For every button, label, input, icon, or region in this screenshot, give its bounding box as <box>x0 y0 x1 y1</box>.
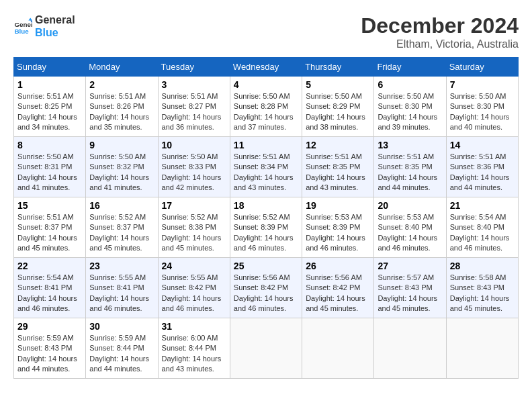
calendar-cell: 13 Sunrise: 5:51 AMSunset: 8:35 PMDaylig… <box>374 137 446 197</box>
svg-text:Blue: Blue <box>14 28 29 35</box>
calendar-cell: 21 Sunrise: 5:54 AMSunset: 8:40 PMDaylig… <box>446 197 518 258</box>
calendar-cell: 27 Sunrise: 5:57 AMSunset: 8:43 PMDaylig… <box>374 258 446 318</box>
calendar-cell: 8 Sunrise: 5:50 AMSunset: 8:31 PMDayligh… <box>14 137 86 197</box>
calendar-cell <box>230 318 302 379</box>
day-info: Sunrise: 5:53 AMSunset: 8:40 PMDaylight:… <box>378 212 442 254</box>
day-info: Sunrise: 5:52 AMSunset: 8:37 PMDaylight:… <box>89 212 154 254</box>
day-info: Sunrise: 5:55 AMSunset: 8:42 PMDaylight:… <box>162 273 226 314</box>
day-info: Sunrise: 5:56 AMSunset: 8:42 PMDaylight:… <box>234 273 298 314</box>
calendar-cell: 4 Sunrise: 5:50 AMSunset: 8:28 PMDayligh… <box>230 77 302 137</box>
day-number: 19 <box>306 200 370 211</box>
day-number: 3 <box>162 79 226 90</box>
day-number: 30 <box>89 321 154 332</box>
day-number: 15 <box>17 200 82 211</box>
day-number: 5 <box>306 79 370 90</box>
calendar-cell: 1 Sunrise: 5:51 AMSunset: 8:25 PMDayligh… <box>14 77 86 137</box>
day-info: Sunrise: 6:00 AMSunset: 8:44 PMDaylight:… <box>162 333 226 375</box>
calendar-cell: 11 Sunrise: 5:51 AMSunset: 8:34 PMDaylig… <box>230 137 302 197</box>
day-info: Sunrise: 5:51 AMSunset: 8:35 PMDaylight:… <box>306 152 370 193</box>
day-number: 16 <box>89 200 154 211</box>
day-number: 14 <box>450 140 515 150</box>
calendar-cell <box>374 318 446 379</box>
day-info: Sunrise: 5:50 AMSunset: 8:33 PMDaylight:… <box>162 152 226 193</box>
day-info: Sunrise: 5:54 AMSunset: 8:40 PMDaylight:… <box>450 212 515 254</box>
day-info: Sunrise: 5:51 AMSunset: 8:26 PMDaylight:… <box>89 91 154 133</box>
day-info: Sunrise: 5:50 AMSunset: 8:29 PMDaylight:… <box>306 91 370 133</box>
day-number: 7 <box>450 79 515 90</box>
day-header-friday: Friday <box>374 58 446 77</box>
day-number: 17 <box>162 200 226 211</box>
day-info: Sunrise: 5:50 AMSunset: 8:30 PMDaylight:… <box>378 91 442 133</box>
day-info: Sunrise: 5:51 AMSunset: 8:27 PMDaylight:… <box>162 91 226 133</box>
day-info: Sunrise: 5:55 AMSunset: 8:41 PMDaylight:… <box>89 273 154 314</box>
day-header-monday: Monday <box>86 58 158 77</box>
calendar-cell <box>302 318 374 379</box>
calendar-cell: 10 Sunrise: 5:50 AMSunset: 8:33 PMDaylig… <box>158 137 230 197</box>
calendar-cell: 22 Sunrise: 5:54 AMSunset: 8:41 PMDaylig… <box>14 258 86 318</box>
page-header: General Blue General Blue December 2024 … <box>13 13 519 50</box>
calendar-cell: 28 Sunrise: 5:58 AMSunset: 8:43 PMDaylig… <box>446 258 518 318</box>
calendar-header-row: SundayMondayTuesdayWednesdayThursdayFrid… <box>14 58 519 77</box>
day-info: Sunrise: 5:51 AMSunset: 8:37 PMDaylight:… <box>17 212 82 254</box>
day-header-wednesday: Wednesday <box>230 58 302 77</box>
calendar-cell: 18 Sunrise: 5:52 AMSunset: 8:39 PMDaylig… <box>230 197 302 258</box>
calendar-cell: 29 Sunrise: 5:59 AMSunset: 8:43 PMDaylig… <box>14 318 86 379</box>
calendar-cell <box>446 318 518 379</box>
calendar-cell: 26 Sunrise: 5:56 AMSunset: 8:42 PMDaylig… <box>302 258 374 318</box>
day-number: 21 <box>450 200 515 211</box>
title-block: December 2024 Eltham, Victoria, Australi… <box>361 13 519 50</box>
day-header-tuesday: Tuesday <box>158 58 230 77</box>
day-info: Sunrise: 5:59 AMSunset: 8:43 PMDaylight:… <box>17 333 82 375</box>
day-header-thursday: Thursday <box>302 58 374 77</box>
calendar-cell: 20 Sunrise: 5:53 AMSunset: 8:40 PMDaylig… <box>374 197 446 258</box>
day-number: 29 <box>17 321 82 332</box>
calendar-table: SundayMondayTuesdayWednesdayThursdayFrid… <box>13 57 519 379</box>
day-number: 31 <box>162 321 226 332</box>
day-info: Sunrise: 5:50 AMSunset: 8:32 PMDaylight:… <box>89 152 154 193</box>
day-info: Sunrise: 5:50 AMSunset: 8:30 PMDaylight:… <box>450 91 515 133</box>
logo: General Blue General Blue <box>13 13 75 39</box>
day-number: 27 <box>378 261 442 271</box>
day-number: 18 <box>234 200 298 211</box>
day-number: 2 <box>89 79 154 90</box>
day-number: 23 <box>89 261 154 271</box>
calendar-cell: 14 Sunrise: 5:51 AMSunset: 8:36 PMDaylig… <box>446 137 518 197</box>
day-info: Sunrise: 5:52 AMSunset: 8:39 PMDaylight:… <box>234 212 298 254</box>
calendar-cell: 31 Sunrise: 6:00 AMSunset: 8:44 PMDaylig… <box>158 318 230 379</box>
location: Eltham, Victoria, Australia <box>361 38 519 50</box>
calendar-cell: 24 Sunrise: 5:55 AMSunset: 8:42 PMDaylig… <box>158 258 230 318</box>
day-info: Sunrise: 5:58 AMSunset: 8:43 PMDaylight:… <box>450 273 515 314</box>
calendar-cell: 3 Sunrise: 5:51 AMSunset: 8:27 PMDayligh… <box>158 77 230 137</box>
day-info: Sunrise: 5:51 AMSunset: 8:25 PMDaylight:… <box>17 91 82 133</box>
day-info: Sunrise: 5:50 AMSunset: 8:31 PMDaylight:… <box>17 152 82 193</box>
calendar-cell: 17 Sunrise: 5:52 AMSunset: 8:38 PMDaylig… <box>158 197 230 258</box>
calendar-week-row: 29 Sunrise: 5:59 AMSunset: 8:43 PMDaylig… <box>14 318 519 379</box>
calendar-body: 1 Sunrise: 5:51 AMSunset: 8:25 PMDayligh… <box>14 77 519 379</box>
month-title: December 2024 <box>361 13 519 38</box>
day-number: 1 <box>17 79 82 90</box>
calendar-week-row: 1 Sunrise: 5:51 AMSunset: 8:25 PMDayligh… <box>14 77 519 137</box>
day-number: 10 <box>162 140 226 150</box>
calendar-cell: 16 Sunrise: 5:52 AMSunset: 8:37 PMDaylig… <box>86 197 158 258</box>
calendar-cell: 30 Sunrise: 5:59 AMSunset: 8:44 PMDaylig… <box>86 318 158 379</box>
day-info: Sunrise: 5:51 AMSunset: 8:34 PMDaylight:… <box>234 152 298 193</box>
calendar-week-row: 8 Sunrise: 5:50 AMSunset: 8:31 PMDayligh… <box>14 137 519 197</box>
calendar-cell: 25 Sunrise: 5:56 AMSunset: 8:42 PMDaylig… <box>230 258 302 318</box>
calendar-cell: 19 Sunrise: 5:53 AMSunset: 8:39 PMDaylig… <box>302 197 374 258</box>
day-number: 20 <box>378 200 442 211</box>
day-info: Sunrise: 5:53 AMSunset: 8:39 PMDaylight:… <box>306 212 370 254</box>
calendar-cell: 9 Sunrise: 5:50 AMSunset: 8:32 PMDayligh… <box>86 137 158 197</box>
day-info: Sunrise: 5:50 AMSunset: 8:28 PMDaylight:… <box>234 91 298 133</box>
day-number: 13 <box>378 140 442 150</box>
logo-icon: General Blue <box>13 17 32 36</box>
day-info: Sunrise: 5:51 AMSunset: 8:36 PMDaylight:… <box>450 152 515 193</box>
day-number: 25 <box>234 261 298 271</box>
calendar-cell: 7 Sunrise: 5:50 AMSunset: 8:30 PMDayligh… <box>446 77 518 137</box>
calendar-cell: 2 Sunrise: 5:51 AMSunset: 8:26 PMDayligh… <box>86 77 158 137</box>
day-number: 9 <box>89 140 154 150</box>
day-header-sunday: Sunday <box>14 58 86 77</box>
day-number: 11 <box>234 140 298 150</box>
day-number: 22 <box>17 261 82 271</box>
day-number: 26 <box>306 261 370 271</box>
day-header-saturday: Saturday <box>446 58 518 77</box>
